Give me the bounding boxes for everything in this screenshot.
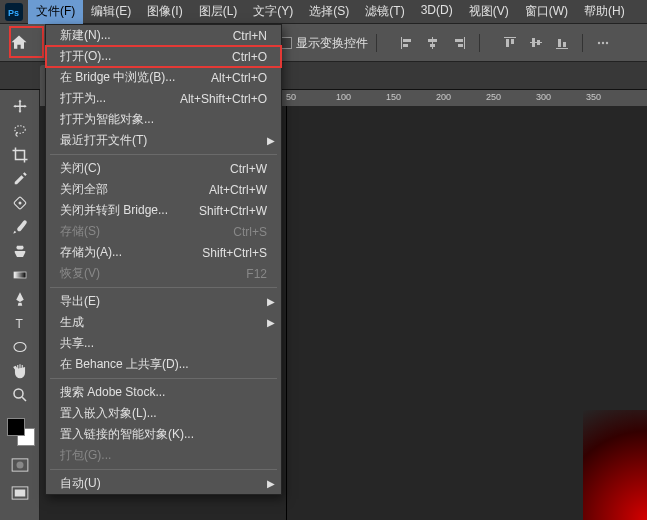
menu-文件[interactable]: 文件(F) <box>28 0 83 24</box>
crop-tool-icon[interactable] <box>6 144 34 166</box>
menu-item-label: 打开为智能对象... <box>60 111 154 128</box>
brush-tool-icon[interactable] <box>6 216 34 238</box>
svg-rect-11 <box>504 37 516 38</box>
menu-item-关闭全部[interactable]: 关闭全部Alt+Ctrl+W <box>46 179 281 200</box>
menu-item-label: 关闭(C) <box>60 160 101 177</box>
lasso-tool-icon[interactable] <box>6 120 34 142</box>
home-icon[interactable] <box>0 24 38 62</box>
move-tool-icon[interactable] <box>6 96 34 118</box>
align-top-icon[interactable] <box>498 31 522 55</box>
menu-item-shortcut: Ctrl+W <box>230 162 267 176</box>
ruler-mark: 100 <box>336 92 351 102</box>
svg-rect-5 <box>432 37 433 49</box>
separator <box>582 34 583 52</box>
menu-item-打开为智能对象[interactable]: 打开为智能对象... <box>46 109 281 130</box>
foreground-swatch[interactable] <box>7 418 25 436</box>
quick-mask-icon[interactable] <box>8 456 32 474</box>
svg-rect-14 <box>530 42 542 43</box>
color-swatches[interactable] <box>5 416 35 446</box>
menu-item-关闭并转到Bridge[interactable]: 关闭并转到 Bridge...Shift+Ctrl+W <box>46 200 281 221</box>
more-options-icon[interactable] <box>591 31 615 55</box>
menu-文字[interactable]: 文字(Y) <box>245 0 301 24</box>
menu-图像[interactable]: 图像(I) <box>139 0 190 24</box>
svg-text:Ps: Ps <box>8 7 19 17</box>
zoom-tool-icon[interactable] <box>6 384 34 406</box>
svg-point-25 <box>18 202 21 205</box>
menu-滤镜[interactable]: 滤镜(T) <box>357 0 412 24</box>
menu-item-打开O[interactable]: 打开(O)...Ctrl+O <box>46 46 281 67</box>
menu-item-label: 在 Bridge 中浏览(B)... <box>60 69 175 86</box>
submenu-arrow-icon: ▶ <box>267 478 275 489</box>
svg-point-20 <box>598 42 600 44</box>
menu-item-label: 搜索 Adobe Stock... <box>60 384 165 401</box>
separator <box>376 34 377 52</box>
menu-item-shortcut: Shift+Ctrl+W <box>199 204 267 218</box>
shape-tool-icon[interactable] <box>6 336 34 358</box>
menu-item-存储为A[interactable]: 存储为(A)...Shift+Ctrl+S <box>46 242 281 263</box>
menu-item-label: 新建(N)... <box>60 27 111 44</box>
menu-item-打包G: 打包(G)... <box>46 445 281 466</box>
menu-选择[interactable]: 选择(S) <box>301 0 357 24</box>
menu-item-label: 最近打开文件(T) <box>60 132 147 149</box>
menu-separator <box>50 378 277 379</box>
menu-item-生成[interactable]: 生成▶ <box>46 312 281 333</box>
healing-brush-tool-icon[interactable] <box>6 192 34 214</box>
eyedropper-tool-icon[interactable] <box>6 168 34 190</box>
menu-item-label: 打开为... <box>60 90 106 107</box>
menu-item-label: 关闭全部 <box>60 181 108 198</box>
menu-item-在Behance上共享D[interactable]: 在 Behance 上共享(D)... <box>46 354 281 375</box>
menu-帮助[interactable]: 帮助(H) <box>576 0 633 24</box>
gradient-tool-icon[interactable] <box>6 264 34 286</box>
menu-item-共享[interactable]: 共享... <box>46 333 281 354</box>
menu-item-搜索AdobeStock[interactable]: 搜索 Adobe Stock... <box>46 382 281 403</box>
menu-item-置入链接的智能对象K[interactable]: 置入链接的智能对象(K)... <box>46 424 281 445</box>
menu-item-label: 打包(G)... <box>60 447 111 464</box>
svg-rect-4 <box>403 44 408 47</box>
svg-point-28 <box>14 343 26 352</box>
menu-3D[interactable]: 3D(D) <box>413 0 461 24</box>
align-left-icon[interactable] <box>395 31 419 55</box>
menu-图层[interactable]: 图层(L) <box>191 0 246 24</box>
svg-point-22 <box>606 42 608 44</box>
menu-编辑[interactable]: 编辑(E) <box>83 0 139 24</box>
menu-item-label: 关闭并转到 Bridge... <box>60 202 168 219</box>
svg-rect-26 <box>14 272 26 278</box>
menu-item-最近打开文件T[interactable]: 最近打开文件(T)▶ <box>46 130 281 151</box>
svg-rect-15 <box>532 38 535 47</box>
pen-tool-icon[interactable] <box>6 288 34 310</box>
menu-窗口[interactable]: 窗口(W) <box>517 0 576 24</box>
ruler-mark: 350 <box>586 92 601 102</box>
menu-item-在Bridge中浏览B[interactable]: 在 Bridge 中浏览(B)...Alt+Ctrl+O <box>46 67 281 88</box>
menu-item-导出E[interactable]: 导出(E)▶ <box>46 291 281 312</box>
svg-point-23 <box>14 126 25 134</box>
type-tool-icon[interactable]: T <box>6 312 34 334</box>
tool-panel: T <box>0 90 40 520</box>
menu-item-恢复V: 恢复(V)F12 <box>46 263 281 284</box>
menu-item-置入嵌入对象L[interactable]: 置入嵌入对象(L)... <box>46 403 281 424</box>
clone-stamp-tool-icon[interactable] <box>6 240 34 262</box>
menu-item-label: 生成 <box>60 314 84 331</box>
svg-rect-10 <box>458 44 463 47</box>
menu-item-关闭C[interactable]: 关闭(C)Ctrl+W <box>46 158 281 179</box>
align-center-h-icon[interactable] <box>421 31 445 55</box>
svg-rect-8 <box>464 37 465 49</box>
align-center-v-icon[interactable] <box>524 31 548 55</box>
ruler-mark: 250 <box>486 92 501 102</box>
photoshop-logo-icon: Ps <box>0 0 28 24</box>
menu-item-自动U[interactable]: 自动(U)▶ <box>46 473 281 494</box>
ruler-mark: 200 <box>436 92 451 102</box>
menu-item-新建N[interactable]: 新建(N)...Ctrl+N <box>46 25 281 46</box>
menu-视图[interactable]: 视图(V) <box>461 0 517 24</box>
menu-item-shortcut: Alt+Shift+Ctrl+O <box>180 92 267 106</box>
screen-mode-icon[interactable] <box>8 484 32 502</box>
align-bottom-icon[interactable] <box>550 31 574 55</box>
menu-item-label: 在 Behance 上共享(D)... <box>60 356 189 373</box>
svg-point-21 <box>602 42 604 44</box>
menu-item-label: 共享... <box>60 335 94 352</box>
separator <box>479 34 480 52</box>
svg-rect-18 <box>558 39 561 47</box>
menu-item-打开为[interactable]: 打开为...Alt+Shift+Ctrl+O <box>46 88 281 109</box>
align-right-icon[interactable] <box>447 31 471 55</box>
menu-item-shortcut: Ctrl+O <box>232 50 267 64</box>
hand-tool-icon[interactable] <box>6 360 34 382</box>
